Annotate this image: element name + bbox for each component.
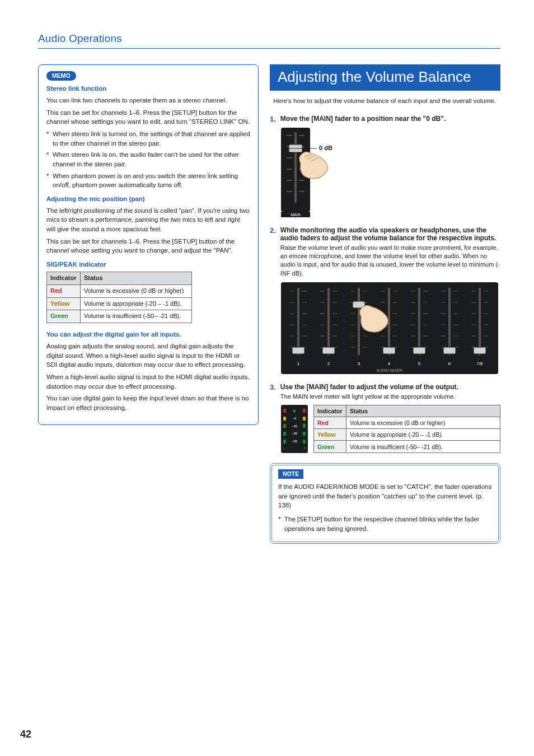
paragraph: You can link two channels to operate the…	[46, 96, 250, 105]
paragraph: This can be set for channels 1–6. Press …	[46, 108, 250, 127]
cell-ind: Green	[314, 441, 346, 452]
svg-text:2: 2	[327, 361, 330, 366]
illustration-mixer: 1 2 3 4 5 6 7/8 AUDIO MIXER	[270, 282, 500, 374]
paragraph: If the AUDIO FADER/KNOB MODE is set to "…	[278, 482, 492, 510]
svg-rect-30	[418, 288, 420, 355]
cell-ind: Red	[47, 284, 81, 297]
svg-rect-29	[383, 347, 395, 354]
cell-ind: Green	[47, 310, 81, 323]
step-sub: The MAIN level meter will light yellow a…	[280, 393, 500, 401]
note-box: NOTE If the AUDIO FADER/KNOB MODE is set…	[270, 463, 500, 544]
list-item: When phantom power is on and you switch …	[53, 171, 250, 190]
paragraph: When a high-level audio signal is input …	[46, 372, 250, 391]
svg-text:5: 5	[418, 361, 421, 366]
table-row: Yellow Volume is appropriate (-20 – -1 d…	[314, 429, 500, 441]
cell-status: Volume is insufficient (-50– -21 dB).	[81, 310, 192, 323]
chapter-title: Audio Operations	[38, 32, 500, 45]
th-status: Status	[346, 405, 500, 417]
indicator-table: Indicator Status Red Volume is excessive…	[313, 405, 500, 453]
table-row: Green Volume is insufficient (-50– -21 d…	[47, 310, 192, 323]
list-item: When stereo link is turned on, the setti…	[53, 129, 250, 148]
svg-text:7/8: 7/8	[476, 361, 483, 366]
step-text: While monitoring the audio via speakers …	[280, 226, 500, 242]
paragraph: You can use digital gain to keep the inp…	[46, 394, 250, 412]
paragraph: Analog gain adjusts the analog sound, an…	[46, 342, 250, 370]
heading-stereo-link: Stereo link function	[46, 84, 250, 94]
rule	[38, 48, 500, 49]
paragraph: This can be set for channels 1–6. Press …	[46, 237, 250, 255]
step-text: Move the [MAIN] fader to a position near…	[280, 115, 500, 123]
table-row: Red Volume is excessive (0 dB or higher)	[314, 417, 500, 428]
intro: Here's how to adjust the volume balance …	[270, 96, 500, 106]
table-row: Green Volume is insufficient (-50– -21 d…	[314, 441, 500, 452]
svg-rect-1	[294, 132, 297, 203]
svg-text:1: 1	[297, 361, 300, 366]
svg-text:4: 4	[388, 361, 391, 366]
table-row: Red Volume is excessive (0 dB or higher)	[47, 284, 192, 297]
bullet-list: When stereo link is turned on, the setti…	[46, 129, 250, 190]
th-indicator: Indicator	[47, 272, 81, 284]
svg-text:0 dB: 0 dB	[319, 144, 332, 151]
cell-status: Volume is excessive (0 dB or higher)	[346, 417, 500, 428]
memo-box: MEMO Stereo link function You can link t…	[38, 64, 259, 425]
illustration-main-fader: 0 dB MAIN	[270, 128, 500, 217]
cell-status: Volume is appropriate (-20 – -1 dB).	[81, 297, 192, 310]
step-num: 2.	[270, 226, 276, 278]
step-sub: Raise the volume level of audio you want…	[280, 244, 500, 278]
svg-rect-35	[474, 347, 486, 354]
svg-rect-31	[413, 347, 425, 354]
list-item: When stereo link is on, the audio fader …	[53, 150, 250, 169]
svg-rect-24	[327, 288, 330, 355]
svg-rect-26	[358, 288, 360, 355]
memo-badge: MEMO	[46, 71, 76, 81]
th-status: Status	[81, 272, 192, 284]
level-meter: 0 −6 −20 −30 −50 LR	[281, 405, 308, 453]
note-badge: NOTE	[278, 469, 303, 479]
step-num: 3.	[270, 383, 276, 401]
svg-rect-25	[322, 347, 335, 354]
list-item: The [SETUP] button for the respective ch…	[284, 515, 492, 533]
heading-dgain: You can adjust the digital gain for all …	[46, 330, 250, 339]
svg-text:3: 3	[358, 361, 360, 366]
svg-rect-33	[443, 347, 456, 354]
svg-rect-23	[292, 347, 305, 354]
cell-ind: Yellow	[314, 429, 346, 441]
svg-rect-34	[479, 288, 481, 355]
svg-rect-22	[297, 288, 299, 355]
step-1: 1. Move the [MAIN] fader to a position n…	[270, 115, 500, 123]
paragraph: The left/right positioning of the sound …	[46, 206, 250, 234]
sig-table: Indicator Status Red Volume is excessive…	[46, 272, 192, 324]
heading-pan: Adjusting the mic position (pan)	[46, 194, 250, 204]
table-row: Yellow Volume is appropriate (-20 – -1 d…	[47, 297, 192, 310]
svg-text:6: 6	[448, 361, 451, 366]
step-text: Use the [MAIN] fader to adjust the volum…	[280, 383, 500, 391]
page-number: 42	[20, 729, 31, 740]
svg-text:MAIN: MAIN	[291, 213, 301, 217]
cell-ind: Yellow	[47, 297, 81, 310]
svg-text:AUDIO MIXER: AUDIO MIXER	[377, 368, 402, 372]
step-num: 1.	[270, 115, 276, 123]
heading-sig: SIG/PEAK indicator	[46, 260, 250, 269]
cell-status: Volume is appropriate (-20 – -1 dB).	[346, 429, 500, 441]
th-indicator: Indicator	[314, 405, 346, 417]
cell-ind: Red	[314, 417, 346, 428]
section-banner: Adjusting the Volume Balance	[270, 64, 500, 91]
cell-status: Volume is insufficient (-50– -21 dB).	[346, 441, 500, 452]
bullet-list: The [SETUP] button for the respective ch…	[278, 515, 492, 533]
meter-and-table: 0 −6 −20 −30 −50 LR Indicator Status Red…	[270, 405, 500, 453]
svg-rect-32	[448, 288, 451, 355]
step-3: 3. Use the [MAIN] fader to adjust the vo…	[270, 383, 500, 401]
cell-status: Volume is excessive (0 dB or higher)	[81, 284, 192, 297]
step-2: 2. While monitoring the audio via speake…	[270, 226, 500, 278]
